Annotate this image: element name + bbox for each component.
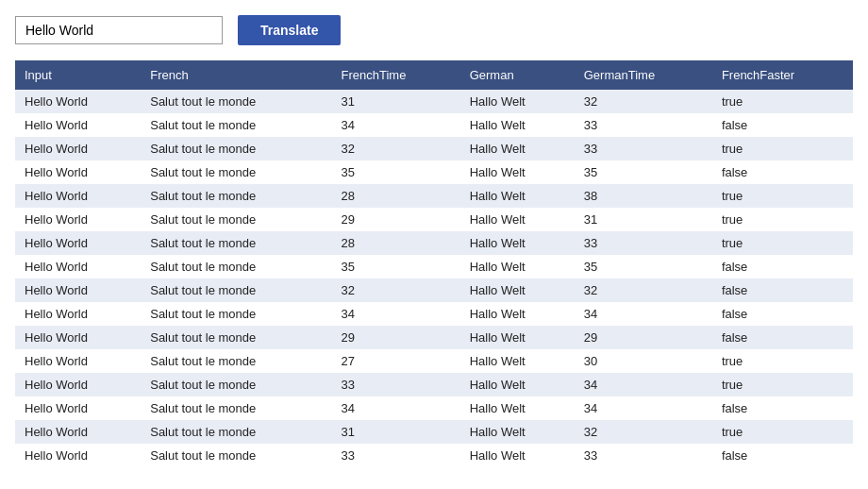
- cell-german-3: Hallo Welt: [460, 160, 575, 184]
- cell-frenchfaster-15: false: [712, 444, 853, 467]
- header-row: InputFrenchFrenchTimeGermanGermanTimeFre…: [15, 60, 853, 90]
- column-header-germantime: GermanTime: [575, 60, 712, 90]
- cell-german-15: Hallo Welt: [460, 444, 575, 467]
- table-row: Hello WorldSalut tout le monde28Hallo We…: [15, 231, 853, 255]
- cell-frenchfaster-1: false: [712, 113, 853, 137]
- cell-germantime-6: 33: [575, 231, 712, 255]
- table-row: Hello WorldSalut tout le monde34Hallo We…: [15, 396, 853, 420]
- cell-frenchfaster-11: true: [712, 349, 853, 373]
- cell-german-0: Hallo Welt: [460, 90, 575, 113]
- cell-germantime-13: 34: [575, 396, 712, 420]
- cell-german-2: Hallo Welt: [460, 137, 575, 160]
- cell-input-1: Hello World: [15, 113, 141, 137]
- cell-input-7: Hello World: [15, 255, 141, 278]
- cell-french-10: Salut tout le monde: [141, 326, 331, 349]
- cell-frenchtime-10: 29: [332, 326, 460, 349]
- cell-frenchtime-4: 28: [332, 184, 460, 208]
- cell-german-13: Hallo Welt: [460, 396, 575, 420]
- cell-frenchfaster-6: true: [712, 231, 853, 255]
- cell-french-0: Salut tout le monde: [141, 90, 331, 113]
- cell-german-4: Hallo Welt: [460, 184, 575, 208]
- column-header-german: German: [460, 60, 575, 90]
- cell-germantime-7: 35: [575, 255, 712, 278]
- cell-input-0: Hello World: [15, 90, 141, 113]
- cell-frenchtime-13: 34: [332, 396, 460, 420]
- toolbar: Translate: [15, 15, 853, 45]
- cell-frenchtime-2: 32: [332, 137, 460, 160]
- table-row: Hello WorldSalut tout le monde35Hallo We…: [15, 160, 853, 184]
- cell-frenchtime-3: 35: [332, 160, 460, 184]
- cell-french-2: Salut tout le monde: [141, 137, 331, 160]
- cell-german-6: Hallo Welt: [460, 231, 575, 255]
- cell-input-8: Hello World: [15, 278, 141, 302]
- cell-germantime-11: 30: [575, 349, 712, 373]
- cell-french-1: Salut tout le monde: [141, 113, 331, 137]
- cell-germantime-3: 35: [575, 160, 712, 184]
- table-row: Hello WorldSalut tout le monde33Hallo We…: [15, 373, 853, 396]
- cell-frenchfaster-2: true: [712, 137, 853, 160]
- cell-french-4: Salut tout le monde: [141, 184, 331, 208]
- table-row: Hello WorldSalut tout le monde34Hallo We…: [15, 113, 853, 137]
- cell-frenchfaster-12: true: [712, 373, 853, 396]
- cell-frenchfaster-0: true: [712, 90, 853, 113]
- translate-button[interactable]: Translate: [238, 15, 341, 45]
- cell-french-6: Salut tout le monde: [141, 231, 331, 255]
- cell-german-1: Hallo Welt: [460, 113, 575, 137]
- cell-french-7: Salut tout le monde: [141, 255, 331, 278]
- cell-frenchtime-12: 33: [332, 373, 460, 396]
- cell-germantime-8: 32: [575, 278, 712, 302]
- table-row: Hello WorldSalut tout le monde32Hallo We…: [15, 137, 853, 160]
- cell-frenchtime-14: 31: [332, 420, 460, 444]
- cell-frenchfaster-3: false: [712, 160, 853, 184]
- cell-german-10: Hallo Welt: [460, 326, 575, 349]
- cell-german-8: Hallo Welt: [460, 278, 575, 302]
- cell-input-11: Hello World: [15, 349, 141, 373]
- cell-germantime-12: 34: [575, 373, 712, 396]
- cell-french-11: Salut tout le monde: [141, 349, 331, 373]
- table-row: Hello WorldSalut tout le monde29Hallo We…: [15, 326, 853, 349]
- cell-french-14: Salut tout le monde: [141, 420, 331, 444]
- cell-input-3: Hello World: [15, 160, 141, 184]
- cell-french-13: Salut tout le monde: [141, 396, 331, 420]
- cell-frenchfaster-4: true: [712, 184, 853, 208]
- cell-input-10: Hello World: [15, 326, 141, 349]
- cell-frenchfaster-14: true: [712, 420, 853, 444]
- table-row: Hello WorldSalut tout le monde31Hallo We…: [15, 420, 853, 444]
- cell-frenchfaster-10: false: [712, 326, 853, 349]
- cell-input-6: Hello World: [15, 231, 141, 255]
- cell-german-12: Hallo Welt: [460, 373, 575, 396]
- cell-frenchtime-5: 29: [332, 208, 460, 231]
- cell-german-11: Hallo Welt: [460, 349, 575, 373]
- cell-germantime-1: 33: [575, 113, 712, 137]
- cell-frenchtime-6: 28: [332, 231, 460, 255]
- cell-frenchfaster-7: false: [712, 255, 853, 278]
- text-input[interactable]: [15, 16, 223, 44]
- table-body: Hello WorldSalut tout le monde31Hallo We…: [15, 90, 853, 467]
- cell-input-9: Hello World: [15, 302, 141, 326]
- cell-french-12: Salut tout le monde: [141, 373, 331, 396]
- cell-germantime-0: 32: [575, 90, 712, 113]
- table-row: Hello WorldSalut tout le monde32Hallo We…: [15, 278, 853, 302]
- cell-frenchfaster-9: false: [712, 302, 853, 326]
- cell-input-15: Hello World: [15, 444, 141, 467]
- cell-german-5: Hallo Welt: [460, 208, 575, 231]
- cell-frenchtime-9: 34: [332, 302, 460, 326]
- table-row: Hello WorldSalut tout le monde28Hallo We…: [15, 184, 853, 208]
- cell-french-15: Salut tout le monde: [141, 444, 331, 467]
- cell-german-7: Hallo Welt: [460, 255, 575, 278]
- cell-input-4: Hello World: [15, 184, 141, 208]
- cell-french-3: Salut tout le monde: [141, 160, 331, 184]
- table-row: Hello WorldSalut tout le monde27Hallo We…: [15, 349, 853, 373]
- cell-input-14: Hello World: [15, 420, 141, 444]
- cell-french-8: Salut tout le monde: [141, 278, 331, 302]
- table-row: Hello WorldSalut tout le monde34Hallo We…: [15, 302, 853, 326]
- cell-french-5: Salut tout le monde: [141, 208, 331, 231]
- cell-input-2: Hello World: [15, 137, 141, 160]
- cell-frenchfaster-13: false: [712, 396, 853, 420]
- cell-french-9: Salut tout le monde: [141, 302, 331, 326]
- cell-germantime-5: 31: [575, 208, 712, 231]
- cell-germantime-14: 32: [575, 420, 712, 444]
- cell-frenchtime-1: 34: [332, 113, 460, 137]
- column-header-frenchfaster: FrenchFaster: [712, 60, 853, 90]
- table-row: Hello WorldSalut tout le monde33Hallo We…: [15, 444, 853, 467]
